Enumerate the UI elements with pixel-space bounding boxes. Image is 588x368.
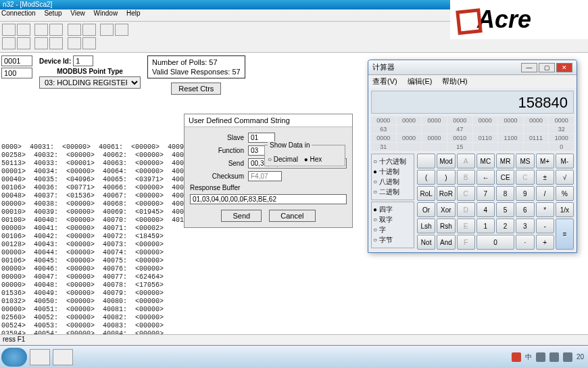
ime-label[interactable]: 中	[525, 352, 532, 362]
bit-cell[interactable]: 47	[447, 125, 472, 133]
tb-btn[interactable]	[82, 37, 96, 49]
calc-bits[interactable]: 0000000000000000000000000000000063473200…	[371, 116, 574, 151]
calc-key-0[interactable]: 0	[476, 235, 515, 250]
calc-key-9[interactable]: 9	[516, 186, 534, 201]
calc-key-RoR[interactable]: RoR	[437, 186, 455, 201]
calc-key-F[interactable]: F	[457, 235, 475, 250]
calc-key-C[interactable]: C	[457, 186, 475, 201]
calc-key-([interactable]: (	[417, 170, 435, 185]
bit-cell[interactable]	[473, 125, 498, 133]
calc-key-+[interactable]: +	[536, 235, 554, 250]
calc-key-4[interactable]: 4	[476, 202, 495, 217]
calc-key-Rsh[interactable]: Rsh	[437, 218, 455, 233]
bit-cell[interactable]: 32	[549, 125, 574, 133]
calc-key-A[interactable]: A	[457, 154, 475, 168]
calc-key-blank[interactable]	[417, 154, 435, 168]
bit-cell[interactable]	[397, 143, 422, 151]
calc-key-MS[interactable]: MS	[516, 154, 534, 168]
decimal-radio[interactable]: ○ Decimal	[268, 156, 298, 163]
calc-key-RoL[interactable]: RoL	[417, 186, 435, 201]
bit-cell[interactable]: 0000	[498, 116, 523, 124]
calc-key-·[interactable]: ·	[516, 235, 534, 250]
bit-cell[interactable]	[397, 125, 422, 133]
send-button[interactable]: Send	[221, 210, 262, 222]
cancel-button[interactable]: Cancel	[269, 210, 315, 222]
calc-key-M+[interactable]: M+	[536, 154, 554, 168]
bit-cell[interactable]: 0010	[447, 134, 472, 142]
calc-key-M-[interactable]: M-	[556, 154, 574, 168]
bit-cell[interactable]: 0000	[549, 116, 574, 124]
taskbar-app[interactable]	[53, 349, 73, 365]
word-radio[interactable]: ○ 双字	[373, 215, 412, 225]
calc-key-/[interactable]: /	[536, 186, 554, 201]
calc-key-Xor[interactable]: Xor	[437, 202, 455, 217]
calc-key-Not[interactable]: Not	[417, 235, 435, 250]
calc-key-5[interactable]: 5	[496, 202, 514, 217]
word-radio[interactable]: ○ 字节	[373, 235, 412, 245]
calc-key-±[interactable]: ±	[536, 170, 554, 185]
tray-icon[interactable]	[536, 352, 545, 362]
length-input[interactable]	[1, 68, 32, 78]
bit-cell[interactable]	[422, 143, 447, 151]
close-button[interactable]: ✕	[556, 63, 572, 72]
calc-key-)[interactable]: )	[437, 170, 455, 185]
calc-key-Lsh[interactable]: Lsh	[417, 218, 435, 233]
tb-btn[interactable]	[17, 24, 30, 36]
calc-key-*[interactable]: *	[536, 202, 554, 217]
bit-cell[interactable]: 0111	[524, 134, 549, 142]
bit-cell[interactable]: 31	[371, 143, 396, 151]
calc-key-←[interactable]: ←	[476, 170, 495, 185]
calc-key-7[interactable]: 7	[476, 186, 495, 201]
radix-radio[interactable]: ● 十进制	[373, 167, 412, 177]
system-tray[interactable]: 中 20	[512, 352, 588, 362]
calc-key-3[interactable]: 3	[516, 218, 534, 233]
clock[interactable]: 20	[577, 353, 584, 361]
start-button[interactable]	[1, 348, 27, 367]
bit-cell[interactable]: 0000	[422, 116, 447, 124]
calc-menu-view[interactable]: 查看(V)	[372, 77, 397, 85]
bit-cell[interactable]	[524, 125, 549, 133]
radix-radio[interactable]: ○ 二进制	[373, 187, 412, 197]
bit-cell[interactable]	[524, 143, 549, 151]
reset-ctrs-button[interactable]: Reset Ctrs	[171, 83, 221, 95]
volume-icon[interactable]	[549, 352, 559, 362]
calc-menu[interactable]: 查看(V) 编辑(E) 帮助(H)	[368, 75, 577, 88]
taskbar[interactable]: 中 20	[0, 345, 588, 368]
calc-key--[interactable]: -	[536, 218, 554, 233]
bit-cell[interactable]: 63	[371, 125, 396, 133]
maximize-button[interactable]: ▢	[539, 63, 555, 72]
menu-connection[interactable]: Connection	[1, 9, 36, 17]
calc-key-C[interactable]: C	[516, 170, 534, 185]
calc-key-E[interactable]: E	[457, 218, 475, 233]
taskbar-app[interactable]	[30, 349, 50, 365]
calc-key-8[interactable]: 8	[496, 186, 514, 201]
calc-key-1[interactable]: 1	[476, 218, 495, 233]
calc-key-D[interactable]: D	[457, 202, 475, 217]
hex-radio[interactable]: ● Hex	[304, 156, 322, 163]
bit-cell[interactable]	[498, 125, 523, 133]
tb-btn[interactable]	[17, 37, 30, 49]
tb-btn[interactable]	[68, 24, 81, 36]
calc-key-B[interactable]: B	[457, 170, 475, 185]
bit-cell[interactable]	[422, 125, 447, 133]
calc-key-MC[interactable]: MC	[476, 154, 495, 168]
menu-window[interactable]: Window	[94, 9, 118, 17]
tb-btn[interactable]	[34, 37, 48, 49]
bit-cell[interactable]: 0000	[473, 116, 498, 124]
menu-view[interactable]: View	[70, 9, 85, 17]
tb-btn[interactable]	[68, 37, 81, 49]
calc-key-%[interactable]: %	[556, 186, 574, 201]
device-id-input[interactable]	[73, 55, 93, 66]
bit-cell[interactable]: 0000	[397, 134, 422, 142]
bit-cell[interactable]: 0000	[371, 134, 396, 142]
bit-cell[interactable]	[498, 143, 523, 151]
tb-btn[interactable]	[82, 24, 96, 36]
calc-key-6[interactable]: 6	[516, 202, 534, 217]
menu-help[interactable]: Help	[126, 9, 141, 17]
tb-btn[interactable]	[2, 37, 16, 49]
radix-radio[interactable]: ○ 八进制	[373, 177, 412, 187]
bit-cell[interactable]: 0000	[397, 116, 422, 124]
calc-key-=[interactable]: =	[556, 218, 574, 250]
calc-key-And[interactable]: And	[437, 235, 455, 250]
menu-setup[interactable]: Setup	[44, 9, 62, 17]
